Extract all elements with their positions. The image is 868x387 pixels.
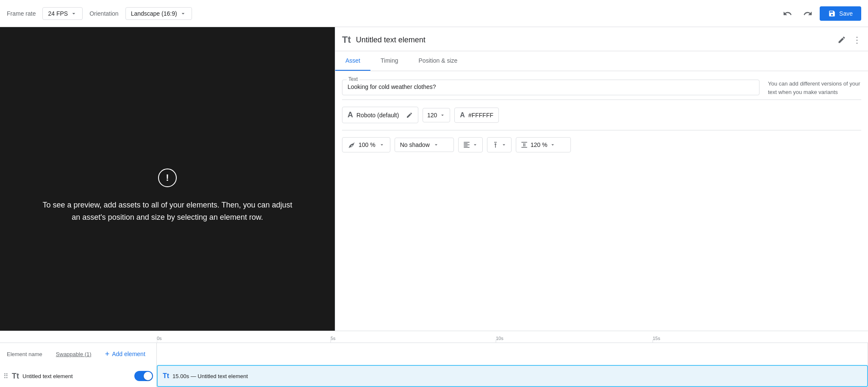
font-select-button[interactable]: A Roboto (default): [342, 107, 418, 123]
element-list-header: Element name Swappable (1) + Add element: [0, 343, 157, 365]
font-name: Roboto (default): [356, 112, 399, 119]
font-color-value: #FFFFFF: [468, 112, 493, 119]
swappable-col-label: Swappable (1): [56, 351, 92, 357]
element-list-header-row: Element name Swappable (1) + Add element: [0, 343, 868, 365]
chevron-down-size-icon: [440, 112, 445, 118]
text-align-button[interactable]: [458, 137, 483, 152]
element-toggle[interactable]: [134, 371, 153, 381]
font-size-value: 120: [427, 112, 437, 119]
undo-icon: [783, 9, 792, 18]
more-options-button[interactable]: ⋮: [853, 35, 861, 45]
add-element-area: [157, 343, 868, 365]
chevron-down-icon-orientation: [180, 10, 186, 17]
edit-font-icon: [406, 112, 413, 119]
top-bar-right: Save: [779, 5, 861, 22]
orientation-select[interactable]: Landscape (16:9): [125, 7, 192, 20]
font-size-button[interactable]: 120: [423, 108, 450, 122]
text-input[interactable]: [348, 83, 754, 90]
text-field-wrapper: Text: [342, 80, 760, 95]
color-letter-icon: A: [460, 111, 465, 119]
chevron-down-align-icon: [472, 142, 478, 148]
element-track[interactable]: Tt 15.00s — Untitled text element: [157, 365, 868, 387]
orientation-label: Orientation: [89, 10, 118, 17]
tab-position-size[interactable]: Position & size: [409, 51, 468, 71]
drag-handle-icon[interactable]: ⠿: [3, 372, 8, 380]
line-height-button[interactable]: 120 %: [516, 137, 571, 152]
toggle-knob: [144, 372, 152, 380]
element-name-col-label: Element name: [7, 351, 42, 357]
top-bar: Frame rate 24 FPS Orientation Landscape …: [0, 0, 868, 27]
element-track-tt-icon: Tt: [163, 372, 169, 380]
redo-button[interactable]: [799, 5, 816, 22]
tab-asset[interactable]: Asset: [335, 51, 370, 71]
redo-icon: [803, 9, 812, 18]
text-element-icon: Tt: [342, 34, 351, 45]
vertical-align-icon: [492, 141, 499, 149]
divider-1: [342, 100, 861, 100]
shadow-button[interactable]: No shadow: [395, 138, 454, 152]
element-name-text: Untitled text element: [22, 373, 131, 379]
undo-button[interactable]: [779, 5, 796, 22]
preview-warning-text: To see a preview, add assets to all of y…: [40, 199, 295, 224]
frame-rate-label: Frame rate: [7, 10, 36, 17]
style-controls-row: 100 % No shadow 120 %: [342, 137, 861, 152]
plus-icon: +: [105, 350, 110, 359]
shadow-value: No shadow: [400, 141, 430, 148]
chevron-down-icon: [70, 10, 77, 17]
divider-2: [342, 130, 861, 130]
text-field-area: Text: [342, 80, 760, 95]
chevron-down-valign-icon: [501, 142, 507, 148]
element-row: ⠿ Tt Untitled text element Tt 15.00s — U…: [0, 365, 868, 387]
preview-canvas: ! To see a preview, add assets to all of…: [0, 27, 335, 365]
save-icon: [828, 10, 836, 17]
opacity-value: 100 %: [359, 141, 376, 148]
line-height-icon: [520, 141, 528, 149]
text-label: Text: [347, 76, 359, 82]
vertical-align-button[interactable]: [487, 137, 512, 152]
font-icon: A: [348, 111, 353, 119]
font-color-button[interactable]: A #FFFFFF: [454, 108, 499, 123]
chevron-down-shadow-icon: [433, 142, 439, 148]
chevron-down-opacity-icon: [379, 142, 385, 148]
element-track-label: 15.00s — Untitled text element: [172, 373, 248, 379]
panel-title: Untitled text element: [356, 36, 831, 44]
save-button[interactable]: Save: [820, 6, 861, 21]
frame-rate-value: 24 FPS: [48, 10, 68, 17]
tab-timing[interactable]: Timing: [370, 51, 409, 71]
text-row: Text You can add different versions of y…: [342, 80, 861, 96]
hint-text: You can add different versions of your t…: [768, 80, 861, 96]
element-row-left: ⠿ Tt Untitled text element: [0, 365, 157, 387]
element-type-tt-icon: Tt: [12, 372, 19, 381]
line-height-value: 120 %: [531, 141, 548, 148]
tabs: Asset Timing Position & size: [335, 51, 868, 71]
font-controls-row: A Roboto (default) 120 A #FFFFFF: [342, 107, 861, 123]
orientation-value: Landscape (16:9): [131, 10, 177, 17]
save-label: Save: [839, 10, 853, 17]
panel-header: Tt Untitled text element ⋮: [335, 27, 868, 51]
edit-pencil-icon: [837, 36, 846, 44]
ruler-ticks: [157, 331, 708, 343]
add-element-label: Add element: [112, 351, 145, 357]
opacity-button[interactable]: 100 %: [342, 137, 390, 152]
add-element-button[interactable]: + Add element: [105, 350, 145, 359]
chevron-down-lh-icon: [550, 142, 556, 148]
opacity-icon: [348, 141, 355, 149]
text-align-icon: [463, 141, 470, 149]
timeline-ruler: 0s 5s 10s 15s: [0, 331, 868, 343]
edit-title-button[interactable]: [836, 34, 848, 46]
bottom-area: 0s 5s 10s 15s Element name Swappable (1)…: [0, 331, 868, 387]
frame-rate-select[interactable]: 24 FPS: [42, 7, 83, 20]
warning-icon: !: [158, 169, 177, 187]
